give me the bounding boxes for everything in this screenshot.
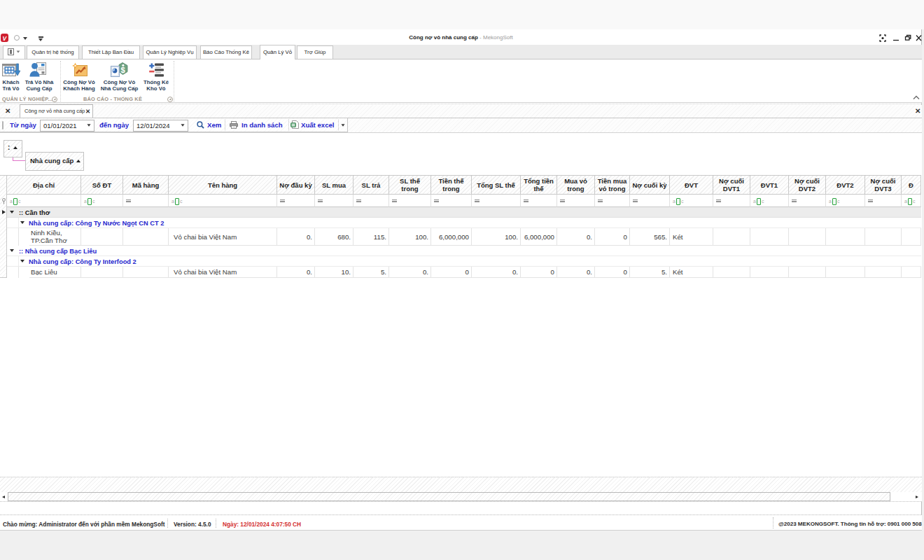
svg-text:$: $ bbox=[121, 66, 125, 74]
